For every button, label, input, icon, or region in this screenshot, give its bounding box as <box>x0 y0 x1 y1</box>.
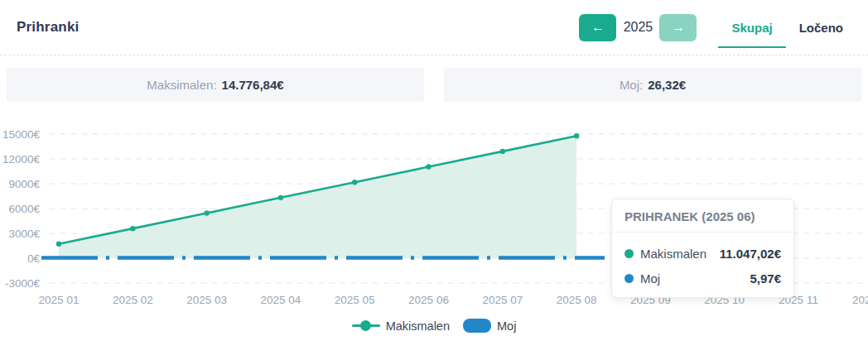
summary-max: Maksimalen: 14.776,84€ <box>7 68 424 102</box>
tooltip-row-label: Moj <box>640 271 660 286</box>
tooltip-body: Makismalen 11.047,02€ Moj 5,97€ <box>612 233 793 297</box>
svg-text:2025 01: 2025 01 <box>39 294 80 306</box>
svg-text:12000€: 12000€ <box>2 153 41 166</box>
previous-year-button[interactable]: ← <box>579 14 616 41</box>
page-title: Prihranki <box>17 19 80 36</box>
tab-skupaj[interactable]: Skupaj <box>718 6 785 49</box>
legend-item-makismalen[interactable]: Makismalen <box>352 319 450 333</box>
svg-text:2025 05: 2025 05 <box>335 294 375 306</box>
svg-text:2025 04: 2025 04 <box>260 294 301 306</box>
svg-text:-3000€: -3000€ <box>5 277 41 290</box>
panel-header: Prihranki ← 2025 → Skupaj Ločeno <box>0 0 868 55</box>
tooltip-row-value: 5,97€ <box>750 271 781 286</box>
svg-text:0€: 0€ <box>27 252 41 265</box>
summary-max-label: Maksimalen: <box>147 78 216 92</box>
line-dot-marker-icon <box>352 320 380 332</box>
summary-moj: Moj: 26,32€ <box>444 68 861 102</box>
view-tabs: Skupaj Ločeno <box>718 0 856 55</box>
svg-text:9000€: 9000€ <box>8 178 40 190</box>
series-makismalen[interactable] <box>56 133 580 258</box>
chart-legend: Makismalen Moj <box>0 319 868 333</box>
svg-text:15000€: 15000€ <box>2 128 41 141</box>
arrow-right-icon: → <box>672 21 685 34</box>
svg-text:2025 03: 2025 03 <box>186 294 227 306</box>
svg-text:6000€: 6000€ <box>8 203 40 215</box>
tooltip-row-label: Makismalen <box>640 247 706 261</box>
tab-loceno[interactable]: Ločeno <box>786 6 856 49</box>
y-axis-labels: 15000€12000€9000€6000€3000€0€-3000€ <box>2 128 41 290</box>
legend-label: Makismalen <box>386 319 450 333</box>
tooltip-title: PRIHRANEK (2025 06) <box>612 199 793 233</box>
svg-text:3000€: 3000€ <box>8 228 40 240</box>
arrow-left-icon: ← <box>591 21 605 34</box>
summary-row: Maksimalen: 14.776,84€ Moj: 26,32€ <box>7 68 861 102</box>
legend-label: Moj <box>497 319 516 333</box>
tooltip-row-value: 11.047,02€ <box>720 247 781 261</box>
next-year-button[interactable]: → <box>659 14 697 41</box>
series-dot-icon <box>624 249 634 258</box>
svg-text:2025 07: 2025 07 <box>482 294 523 306</box>
year-navigation: ← 2025 → <box>579 14 697 41</box>
savings-panel: Prihranki ← 2025 → Skupaj Ločeno Maksima… <box>0 0 868 360</box>
tooltip-row-makismalen: Makismalen 11.047,02€ <box>624 247 781 261</box>
series-dot-icon <box>624 274 634 283</box>
tooltip-row-moj: Moj 5,97€ <box>624 271 781 286</box>
year-label: 2025 <box>616 20 659 35</box>
svg-text:2025 06: 2025 06 <box>408 294 449 306</box>
svg-text:2025 08: 2025 08 <box>557 294 597 306</box>
pill-marker-icon <box>463 319 491 333</box>
chart-tooltip: PRIHRANEK (2025 06) Makismalen 11.047,02… <box>611 199 794 298</box>
svg-text:2025 12: 2025 12 <box>852 294 868 306</box>
legend-item-moj[interactable]: Moj <box>463 319 516 333</box>
svg-text:2025 02: 2025 02 <box>113 294 153 306</box>
summary-moj-value: 26,32€ <box>648 78 686 92</box>
summary-max-value: 14.776,84€ <box>222 78 284 92</box>
summary-moj-label: Moj: <box>620 78 643 92</box>
